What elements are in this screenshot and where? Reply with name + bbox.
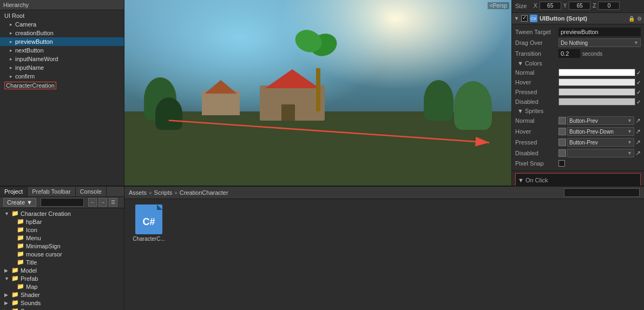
hierarchy-item-input-name-word[interactable]: ▸inputNameWord [0, 55, 124, 63]
hover-sprite-link[interactable]: ↗ [635, 128, 641, 135]
palm-trunk [316, 68, 320, 111]
proj-item-shader[interactable]: ▶📁Shader [0, 291, 124, 299]
tab-prefab-toolbar[interactable]: Prefab Toolbar [28, 187, 75, 196]
hover-color-row: Hover ✓ [515, 77, 641, 87]
hover-sprite-dropdown[interactable]: Button-Prev-Down ▼ [567, 127, 634, 136]
scene-tree-3 [424, 80, 454, 121]
on-click-box: ▼ On Click Notify + CharacterCreation Me… [515, 173, 641, 186]
transition-value-input[interactable] [558, 49, 580, 58]
uibutton-fields: Tween Target Drag Over Do Nothing ▼ Tran… [512, 24, 644, 171]
size-section: Size X Y Z [512, 0, 644, 13]
proj-item-label: Menu [26, 235, 41, 241]
proj-item-menu[interactable]: 📁Menu [0, 234, 124, 242]
proj-item-minimap-sign[interactable]: 📁MinimapSign [0, 242, 124, 250]
scene-building-1 [260, 85, 325, 121]
size-z-input[interactable] [598, 2, 620, 10]
proj-item-label: Shader [21, 292, 40, 298]
pressed-color-swatch[interactable] [558, 88, 635, 96]
tween-target-input[interactable] [558, 28, 641, 36]
y-axis-label: Y [563, 3, 567, 9]
bottom-tabs: ProjectPrefab ToolbarConsole [0, 187, 124, 197]
normal-sprite-link[interactable]: ↗ [635, 117, 641, 124]
hierarchy-item-creation-button[interactable]: ▸creationButton [0, 29, 124, 37]
proj-item-character-creation-folder[interactable]: ▼📁Character Creation [0, 209, 124, 217]
pressed-sprite-icon [558, 138, 566, 146]
hierarchy-item-preview-button[interactable]: ▸previewButton [0, 37, 124, 46]
project-search-input[interactable] [41, 198, 84, 207]
on-click-container: ▼ On Click Notify + CharacterCreation Me… [512, 171, 644, 186]
hierarchy-item-confirm[interactable]: ▸confirm [0, 72, 124, 81]
proj-item-hpbar[interactable]: 📁hpBar [0, 217, 124, 226]
pressed-sprite-row: Pressed Button-Prev ▼ ↗ [515, 137, 641, 148]
pressed-sprite-label: Pressed [515, 139, 558, 146]
hierarchy-title: Hierarchy [3, 2, 29, 8]
content-search-input[interactable] [564, 188, 640, 197]
breadcrumb-creation: CreationCharacter [180, 189, 228, 196]
on-click-header: ▼ On Click [518, 176, 638, 184]
tab-project[interactable]: Project [0, 187, 28, 196]
disabled-sprite-icon [558, 149, 566, 157]
pressed-checkmark: ✓ [636, 89, 641, 95]
proj-item-title[interactable]: 📁Title [0, 258, 124, 266]
hover-color-swatch[interactable] [558, 78, 635, 86]
building-2-roof [205, 80, 237, 94]
hierarchy-item-next-button[interactable]: ▸nextButton [0, 46, 124, 55]
hierarchy-item-input-name[interactable]: ▸inputName [0, 63, 124, 72]
on-click-title: On Click [525, 177, 548, 183]
drag-over-dropdown[interactable]: Do Nothing ▼ [558, 38, 641, 47]
fold-arrow-uibutton[interactable]: ▼ [514, 16, 519, 21]
create-dropdown[interactable]: Create ▼ [3, 198, 36, 207]
proj-item-icon[interactable]: 📁Icon [0, 226, 124, 234]
sprites-label: Sprites [525, 108, 543, 114]
tween-target-row: Tween Target [515, 27, 641, 37]
gear-icon-uibutton[interactable]: ⚙ [637, 16, 642, 22]
toolbar-btn-3[interactable]: ☰ [109, 198, 117, 207]
normal-checkmark: ✓ [636, 70, 641, 76]
proj-item-prefab[interactable]: ▼📁Prefab [0, 274, 124, 282]
pressed-color-label: Pressed [515, 89, 558, 95]
breadcrumb-assets: Assets [129, 189, 147, 196]
proj-item-map[interactable]: 📁Map [0, 282, 124, 291]
normal-sprite-label: Normal [515, 117, 558, 124]
content-item-character-c[interactable]: C#CharacterC... [130, 205, 168, 242]
disabled-sprite-dropdown[interactable]: ▼ [567, 149, 634, 157]
proj-item-model[interactable]: ▶📁Model [0, 266, 124, 274]
content-icons: C#CharacterC... [124, 199, 644, 310]
fold-arrow-sprites: ▼ [517, 108, 523, 114]
disabled-sprite-link[interactable]: ↗ [635, 149, 641, 157]
toolbar-btn-2[interactable]: → [98, 198, 107, 207]
hierarchy-item-ui-root[interactable]: UI Root [0, 11, 124, 20]
pixel-snap-checkbox[interactable] [558, 160, 565, 167]
x-axis-label: X [534, 3, 537, 9]
drag-over-value: Do Nothing [561, 40, 588, 46]
scene-tree-4 [454, 81, 492, 130]
pressed-sprite-dropdown[interactable]: Button-Prev ▼ [567, 138, 634, 147]
project-panel: ProjectPrefab ToolbarConsole Create ▼ ← … [0, 187, 124, 310]
normal-color-label: Normal [515, 69, 558, 76]
uibutton-enable-checkbox[interactable] [521, 15, 528, 22]
normal-sprite-dropdown[interactable]: Button-Prev ▼ [567, 116, 634, 125]
lock-icon[interactable]: 🔒 [628, 16, 635, 22]
proj-item-label: Character Creation [21, 210, 71, 217]
size-x-input[interactable] [540, 2, 561, 10]
persp-label: <Persp [488, 2, 509, 9]
disabled-color-swatch[interactable] [558, 98, 635, 105]
content-panel: Assets » Scripts » CreationCharacter C#C… [124, 187, 644, 310]
tab-console[interactable]: Console [76, 187, 107, 196]
proj-item-label: Scenes [21, 308, 41, 311]
toolbar-btn-1[interactable]: ← [88, 198, 97, 207]
colors-section-header: ▼ Colors [515, 59, 641, 68]
z-axis-label: Z [593, 3, 596, 9]
hierarchy-item-character-creation[interactable]: CharacterCreation [0, 81, 124, 90]
size-label: Size [515, 3, 531, 9]
breadcrumb-scripts: Scripts [154, 189, 173, 196]
proj-item-scenes[interactable]: ▶📁Scenes [0, 307, 124, 310]
proj-item-mouse-cursor[interactable]: 📁mouse cursor [0, 250, 124, 258]
normal-color-swatch[interactable] [558, 69, 635, 76]
pressed-sprite-link[interactable]: ↗ [635, 138, 641, 146]
size-y-input[interactable] [569, 2, 590, 10]
hover-color-label: Hover [515, 79, 558, 85]
scene-panel[interactable]: <Persp [124, 0, 511, 186]
hierarchy-item-camera[interactable]: ▸Camera [0, 20, 124, 29]
proj-item-sounds[interactable]: ▶📁Sounds [0, 299, 124, 307]
